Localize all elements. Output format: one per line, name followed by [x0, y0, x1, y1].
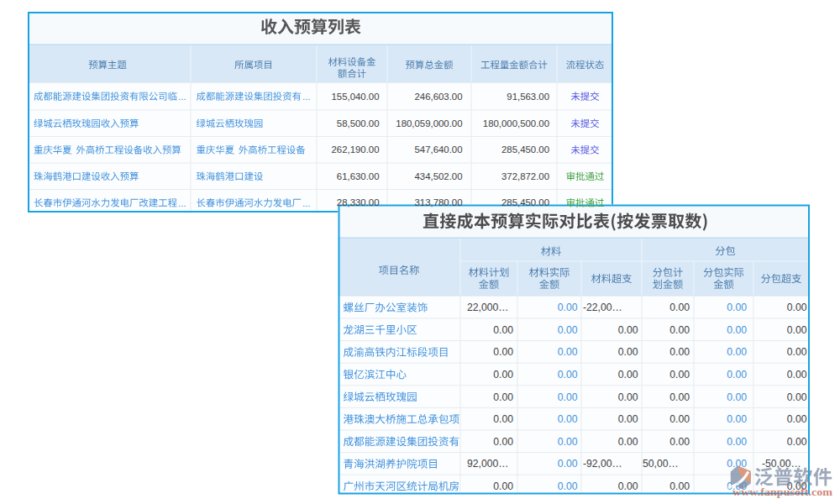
svg-text:-22,00…: -22,00…	[583, 302, 622, 313]
svg-text:0.00: 0.00	[493, 480, 513, 492]
svg-text:50,00…: 50,00…	[643, 458, 679, 470]
svg-text:0.00: 0.00	[787, 413, 807, 425]
svg-text:0.00: 0.00	[787, 391, 807, 403]
svg-text:0.00: 0.00	[618, 324, 638, 336]
svg-text:0.00: 0.00	[669, 369, 690, 381]
svg-text:0.00: 0.00	[669, 436, 690, 448]
svg-text:0.00: 0.00	[787, 346, 807, 358]
svg-text:246,603.00: 246,603.00	[414, 92, 462, 102]
svg-text:0.00: 0.00	[493, 391, 513, 403]
svg-text:0.00: 0.00	[558, 391, 578, 403]
svg-text:0.00: 0.00	[558, 413, 578, 425]
svg-text:0.00: 0.00	[727, 324, 747, 336]
svg-text:0.00: 0.00	[493, 324, 513, 336]
svg-text:-50,00…: -50,00…	[762, 458, 801, 470]
svg-text:0.00: 0.00	[493, 369, 513, 381]
svg-text:0.00: 0.00	[618, 346, 638, 358]
svg-text:0.00: 0.00	[669, 302, 690, 313]
svg-text:0.00: 0.00	[493, 436, 513, 448]
svg-text:0.00: 0.00	[727, 391, 747, 403]
svg-text:...: ...	[302, 198, 311, 208]
svg-text:0.00: 0.00	[787, 369, 807, 381]
svg-text:285,450.00: 285,450.00	[501, 144, 549, 155]
svg-text:0.00: 0.00	[618, 413, 638, 425]
svg-text:0.00: 0.00	[558, 302, 578, 313]
svg-text:0.00: 0.00	[618, 436, 638, 448]
svg-text:0.00: 0.00	[618, 391, 638, 403]
svg-text:0.00: 0.00	[669, 413, 690, 425]
svg-text:0.00: 0.00	[669, 480, 690, 492]
svg-text:262,190.00: 262,190.00	[331, 144, 379, 155]
svg-text:22,000…: 22,000…	[467, 302, 508, 313]
svg-text:0.00: 0.00	[558, 458, 578, 470]
svg-text:0.00: 0.00	[558, 346, 578, 358]
svg-text:434,502.00: 434,502.00	[414, 171, 462, 181]
svg-text:547,640.00: 547,640.00	[414, 144, 462, 155]
svg-text:0.00: 0.00	[493, 346, 513, 358]
svg-text:58,500.00: 58,500.00	[337, 118, 380, 129]
svg-text:0.00: 0.00	[787, 324, 807, 336]
svg-text:0.00: 0.00	[727, 413, 747, 425]
svg-text:0.00: 0.00	[618, 480, 638, 492]
svg-text:0.00: 0.00	[618, 369, 638, 381]
svg-text:0.00: 0.00	[493, 413, 513, 425]
svg-text:91,563.00: 91,563.00	[507, 92, 549, 102]
svg-text:285,450.00: 285,450.00	[501, 197, 549, 207]
svg-text:-92,00…: -92,00…	[583, 458, 622, 470]
svg-text:0.00: 0.00	[727, 369, 747, 381]
svg-text:0.00: 0.00	[727, 346, 747, 358]
svg-text:0.00: 0.00	[727, 302, 747, 313]
svg-text:0.00: 0.00	[558, 324, 578, 336]
svg-text:0.00: 0.00	[558, 369, 578, 381]
svg-text:372,872.00: 372,872.00	[501, 171, 549, 181]
svg-text:0.00: 0.00	[669, 346, 690, 358]
svg-text:61,630.00: 61,630.00	[337, 171, 380, 181]
svg-text:28,330.00: 28,330.00	[337, 197, 380, 207]
svg-text:0.00: 0.00	[558, 436, 578, 448]
svg-text:www.fanpusoft.com: www.fanpusoft.com	[732, 486, 832, 498]
svg-text:...: ...	[178, 92, 186, 102]
svg-text:180,000,500.00: 180,000,500.00	[483, 118, 549, 129]
svg-text:155,040.00: 155,040.00	[331, 92, 379, 102]
svg-text:0.00: 0.00	[787, 436, 807, 448]
svg-text:0.00: 0.00	[669, 391, 690, 403]
svg-text:0.00: 0.00	[669, 324, 690, 336]
svg-text:313,780.00: 313,780.00	[414, 197, 462, 207]
svg-text:0.00: 0.00	[558, 480, 578, 492]
svg-text:180,059,000.00: 180,059,000.00	[396, 118, 462, 129]
svg-text:0.00: 0.00	[787, 302, 807, 313]
svg-text:92,000…: 92,000…	[467, 458, 508, 470]
svg-text:0.00: 0.00	[727, 436, 747, 448]
svg-text:...: ...	[302, 92, 311, 102]
svg-text:...: ...	[178, 198, 186, 208]
